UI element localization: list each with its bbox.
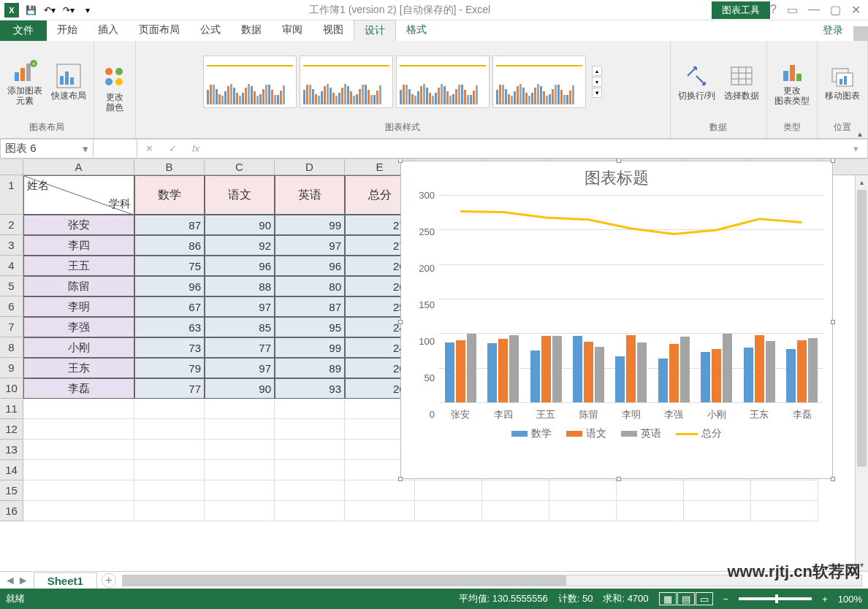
zoom-in[interactable]: + [822,594,828,605]
table-data-cell[interactable]: 96 [205,256,275,276]
chart-title[interactable]: 图表标题 [401,161,832,195]
undo-icon[interactable]: ↶▾ [42,4,57,17]
table-name-cell[interactable]: 王东 [23,358,134,378]
empty-cell[interactable] [684,501,751,521]
table-data-cell[interactable]: 63 [134,317,205,337]
zoom-level[interactable]: 100% [838,594,862,605]
empty-cell[interactable] [134,480,205,501]
table-data-cell[interactable]: 97 [205,296,275,317]
table-data-cell[interactable]: 87 [275,296,345,317]
move-chart-button[interactable]: 移动图表 [823,61,861,102]
row-header[interactable]: 6 [0,296,23,317]
table-data-cell[interactable]: 85 [205,317,275,337]
style-scroll-up[interactable]: ▴ [592,66,602,76]
tab-数据[interactable]: 数据 [231,20,272,41]
table-data-cell[interactable]: 79 [134,358,205,378]
row-header[interactable]: 9 [0,358,23,378]
empty-cell[interactable] [345,501,415,521]
row-header[interactable]: 1 [0,175,23,215]
confirm-formula-icon[interactable]: ✓ [161,143,184,154]
table-data-cell[interactable]: 77 [134,378,205,399]
empty-cell[interactable] [751,480,818,501]
redo-icon[interactable]: ↷▾ [61,4,76,17]
empty-cell[interactable] [275,440,345,460]
table-data-cell[interactable]: 95 [275,317,345,337]
name-box[interactable]: 图表 6▾ [0,139,94,158]
col-header[interactable]: B [134,159,205,175]
row-header[interactable]: 16 [0,501,23,521]
empty-cell[interactable] [134,419,205,440]
row-header[interactable]: 15 [0,480,23,501]
chart-legend[interactable]: 数学语文英语总分 [401,421,832,446]
style-scroll-down[interactable]: ▾ [592,77,602,87]
table-name-cell[interactable]: 张安 [23,215,134,235]
table-data-cell[interactable]: 77 [205,337,275,358]
table-data-cell[interactable]: 99 [275,215,345,235]
tab-插入[interactable]: 插入 [88,20,129,41]
empty-cell[interactable] [134,460,205,480]
tab-审阅[interactable]: 审阅 [272,20,313,41]
quick-layout-button[interactable]: 快速布局 [50,61,88,102]
change-chart-type-button[interactable]: 更改 图表类型 [773,56,811,107]
empty-cell[interactable] [23,501,134,521]
table-name-cell[interactable]: 陈留 [23,276,134,296]
tab-file[interactable]: 文件 [0,20,47,41]
empty-cell[interactable] [23,419,134,440]
empty-cell[interactable] [482,480,549,501]
embedded-chart[interactable]: 图表标题 050100150200250300 张安李四王五陈留李明李强小刚王东… [400,161,833,479]
row-header[interactable]: 8 [0,337,23,358]
tab-设计[interactable]: 设计 [354,20,396,41]
zoom-slider[interactable] [739,597,812,600]
view-page-break[interactable]: ▭ [696,592,713,605]
user-icon[interactable] [853,26,868,41]
empty-cell[interactable] [549,480,617,501]
row-header[interactable]: 3 [0,235,23,256]
table-data-cell[interactable]: 89 [275,358,345,378]
tab-页面布局[interactable]: 页面布局 [129,20,190,41]
add-sheet-button[interactable]: + [102,573,116,588]
chart-style-thumb[interactable] [300,55,393,108]
style-more[interactable]: ▼ [592,88,602,98]
empty-cell[interactable] [549,501,617,521]
table-data-cell[interactable]: 86 [134,235,205,256]
row-header[interactable]: 2 [0,215,23,235]
table-data-cell[interactable]: 93 [275,378,345,399]
table-data-cell[interactable]: 90 [205,215,275,235]
collapse-ribbon-icon[interactable]: ▲ [856,130,864,138]
table-data-cell[interactable]: 87 [134,215,205,235]
minimize-icon[interactable]: — [808,3,820,17]
add-chart-element-button[interactable]: + 添加图表 元素 [6,56,44,107]
empty-cell[interactable] [482,501,549,521]
empty-cell[interactable] [617,480,684,501]
change-colors-button[interactable]: 更改 颜色 [100,63,129,114]
table-header-cell[interactable]: 英语 [275,175,345,215]
empty-cell[interactable] [23,399,134,419]
row-header[interactable]: 5 [0,276,23,296]
chart-style-thumb[interactable] [203,55,297,108]
chart-style-thumb[interactable] [492,55,586,108]
table-header-cell[interactable]: 语文 [205,175,275,215]
col-header[interactable]: D [275,159,345,175]
table-name-cell[interactable]: 李强 [23,317,134,337]
table-name-cell[interactable]: 李磊 [23,378,134,399]
empty-cell[interactable] [751,501,818,521]
empty-cell[interactable] [205,440,275,460]
empty-cell[interactable] [415,480,482,501]
tab-视图[interactable]: 视图 [313,20,354,41]
login-link[interactable]: 登录 [815,20,850,41]
empty-cell[interactable] [415,501,482,521]
table-data-cell[interactable]: 75 [134,256,205,276]
table-name-cell[interactable]: 李四 [23,235,134,256]
tab-格式[interactable]: 格式 [396,20,437,41]
table-data-cell[interactable]: 67 [134,296,205,317]
col-header[interactable]: C [205,159,275,175]
table-data-cell[interactable]: 92 [205,235,275,256]
switch-row-col-button[interactable]: 切换行/列 [677,61,717,102]
tab-公式[interactable]: 公式 [190,20,231,41]
table-data-cell[interactable]: 90 [205,378,275,399]
table-data-cell[interactable]: 96 [134,276,205,296]
row-header[interactable]: 4 [0,256,23,276]
table-data-cell[interactable]: 97 [205,358,275,378]
table-data-cell[interactable]: 97 [275,235,345,256]
empty-cell[interactable] [23,480,134,501]
